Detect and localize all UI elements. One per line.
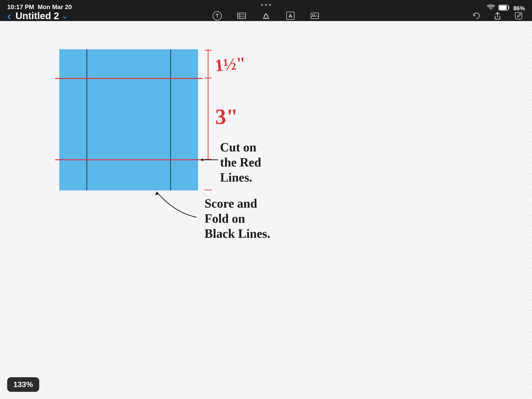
status-time: 10:17 PM Mon Mar 20 xyxy=(7,3,72,11)
svg-text:the Red: the Red xyxy=(220,155,261,169)
text-tool-button[interactable]: A xyxy=(284,10,297,22)
svg-text:Lines.: Lines. xyxy=(220,171,252,184)
back-button[interactable]: ‹ xyxy=(7,10,11,22)
three-dots-indicator xyxy=(261,4,271,6)
share-button[interactable] xyxy=(491,10,504,22)
svg-text:Cut on: Cut on xyxy=(220,140,256,154)
image-tool-button[interactable] xyxy=(309,10,321,22)
svg-text:Score and: Score and xyxy=(204,197,257,210)
svg-text:3": 3" xyxy=(215,105,238,128)
edit-button[interactable] xyxy=(512,10,525,22)
undo-button[interactable] xyxy=(470,10,483,22)
svg-text:A: A xyxy=(288,13,292,19)
pen-tool-button[interactable] xyxy=(211,10,223,22)
svg-text:Black Lines.: Black Lines. xyxy=(204,227,270,241)
svg-rect-3 xyxy=(238,13,246,19)
svg-text:1½": 1½" xyxy=(214,53,246,75)
svg-marker-27 xyxy=(200,158,203,161)
svg-rect-12 xyxy=(515,13,522,19)
title-chevron-icon[interactable]: ⌄ xyxy=(62,11,68,20)
shapes-tool-button[interactable] xyxy=(260,10,272,22)
svg-text:Fold on: Fold on xyxy=(204,212,245,225)
zoom-badge[interactable]: 133% xyxy=(7,377,39,392)
marker-tool-button[interactable] xyxy=(235,10,248,22)
canvas-area[interactable]: 1½" 3" Cut on the Red Lines. Score and F… xyxy=(0,21,532,399)
blue-diagram-rect xyxy=(59,49,198,190)
document-title[interactable]: Untitled 2 ⌄ xyxy=(16,11,68,21)
svg-marker-32 xyxy=(155,191,159,195)
svg-rect-1 xyxy=(499,6,507,10)
